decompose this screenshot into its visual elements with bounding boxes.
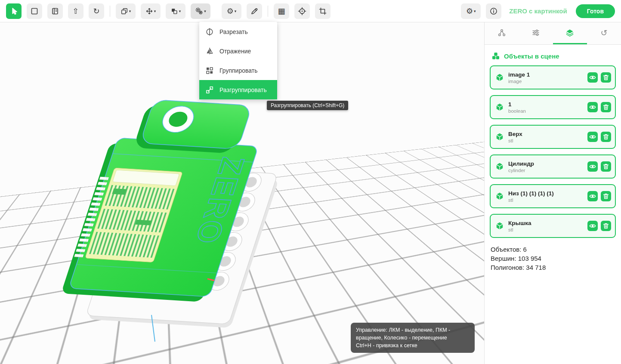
layers-icon	[565, 28, 574, 37]
hierarchy-icon	[497, 28, 506, 37]
eye-icon	[589, 103, 596, 111]
delete-object-button[interactable]	[601, 161, 611, 172]
eye-icon	[589, 74, 596, 81]
square-icon	[30, 7, 39, 15]
object-type: cylinder	[508, 167, 534, 173]
object-card[interactable]: Верхstl	[490, 125, 616, 149]
cube-icon	[495, 162, 504, 171]
scene-objects-title: Объекты в сцене	[504, 52, 559, 60]
toolbar: ⇧ ↻ ▾ ▾ ▾ ▾ ⚙ ▾ ▦	[0, 0, 621, 22]
toggle-visibility-button[interactable]	[587, 72, 598, 83]
cube-icon	[495, 222, 504, 230]
sliders-icon	[531, 28, 540, 37]
object-card[interactable]: 1boolean	[490, 95, 616, 119]
toggle-visibility-button[interactable]	[587, 132, 598, 142]
cursor-icon	[9, 7, 18, 15]
help-line: вращение, Колесико - перемещение	[356, 334, 470, 342]
help-line: Ctrl+H - привязка к сетке	[356, 342, 470, 349]
menu-item-cut[interactable]: Разрезать	[199, 22, 277, 41]
delete-object-button[interactable]	[601, 191, 611, 201]
panel-tool-button[interactable]	[47, 3, 63, 19]
toggle-visibility-button[interactable]	[587, 102, 598, 112]
delete-object-button[interactable]	[601, 132, 611, 142]
toolbar-separator	[268, 6, 268, 17]
menu-item-mirror[interactable]: Отражение	[199, 41, 277, 61]
cube-icon	[495, 73, 504, 82]
mirror-icon	[205, 47, 214, 56]
viewport-settings-dropdown-button[interactable]: ⚙ ▾	[461, 3, 481, 19]
target-icon	[298, 7, 306, 15]
trash-icon	[602, 192, 610, 200]
help-line: Управление: ЛКМ - выделение, ПКМ -	[356, 326, 470, 334]
stat-vertices: Вершин: 103 954	[491, 255, 621, 262]
tab-history[interactable]: ↺	[587, 22, 621, 44]
gear-icon: ⚙	[227, 7, 234, 15]
object-zero[interactable]: ZERO	[53, 98, 302, 328]
eye-icon	[589, 133, 596, 141]
tab-properties[interactable]	[519, 22, 553, 44]
object-card[interactable]: Крышкаstl	[490, 214, 616, 238]
shortcut-tooltip: Разгруппировать (Ctrl+Shift+G)	[267, 101, 348, 110]
move-dropdown-button[interactable]: ▾	[141, 3, 161, 19]
info-button[interactable]	[486, 3, 501, 19]
trash-icon	[602, 163, 610, 170]
gears-icon	[195, 7, 203, 15]
delete-object-button[interactable]	[601, 102, 611, 112]
box-select-button[interactable]	[27, 3, 42, 19]
object-card[interactable]: Цилиндрcylinder	[490, 154, 616, 179]
menu-item-ungroup[interactable]: Разгруппировать	[199, 80, 277, 99]
object-name: Крышка	[508, 219, 531, 227]
focus-target-button[interactable]	[294, 3, 310, 19]
info-icon	[489, 7, 498, 15]
move-icon	[145, 7, 153, 15]
chevron-down-icon: ▾	[129, 9, 131, 13]
object-type: image	[508, 78, 530, 84]
duplicate-dropdown-button[interactable]: ▾	[166, 3, 185, 19]
object-name: Цилиндр	[508, 160, 534, 167]
cube-icon	[495, 103, 504, 111]
delete-object-button[interactable]	[601, 72, 611, 83]
scene-objects-header: Объекты в сцене	[485, 45, 621, 65]
chevron-down-icon: ▾	[154, 9, 156, 13]
object-name: Низ (1) (1) (1) (1)	[508, 190, 554, 197]
copy-icon	[120, 7, 128, 15]
reset-view-button[interactable]: ↻	[89, 3, 104, 19]
history-icon: ↺	[600, 29, 607, 37]
menu-item-group[interactable]: Группировать	[199, 61, 277, 80]
crop-view-button[interactable]	[315, 3, 331, 19]
chevron-down-icon: ▾	[235, 9, 237, 13]
object-type: stl	[508, 197, 554, 203]
chevron-down-icon: ▾	[204, 9, 206, 13]
toolbar-separator	[110, 6, 110, 17]
eye-icon	[589, 222, 596, 230]
cut-icon	[205, 28, 214, 36]
refresh-icon: ↻	[93, 7, 99, 15]
grid-view-button[interactable]: ▦	[274, 3, 289, 19]
object-card[interactable]: Низ (1) (1) (1) (1)stl	[490, 184, 616, 208]
modifiers-dropdown-button[interactable]: ▾	[191, 3, 210, 19]
trash-icon	[602, 103, 610, 111]
tab-layers[interactable]	[553, 22, 587, 44]
select-tool-button[interactable]	[6, 3, 22, 19]
cube-icon	[495, 192, 504, 201]
project-title: ZERO с картинкой	[509, 7, 567, 15]
toggle-visibility-button[interactable]	[587, 161, 598, 172]
object-card[interactable]: image 1image	[490, 65, 616, 89]
toggle-visibility-button[interactable]	[587, 191, 598, 201]
group-icon	[205, 66, 214, 75]
object-type: stl	[508, 227, 531, 233]
arrow-up-tool-button[interactable]: ⇧	[68, 3, 83, 19]
tools-dropdown-menu: Разрезать Отражение Группировать Разгруп…	[199, 22, 277, 99]
done-button[interactable]: Готов	[576, 4, 615, 18]
trash-icon	[602, 133, 610, 141]
eye-icon	[589, 192, 596, 200]
object-type: boolean	[508, 108, 526, 114]
delete-object-button[interactable]	[601, 221, 611, 231]
stat-polygons: Полигонов: 34 718	[491, 264, 621, 271]
arrow-up-icon: ⇧	[72, 7, 79, 15]
pencil-tool-button[interactable]	[247, 3, 262, 19]
tab-structure[interactable]	[485, 22, 519, 44]
settings-dropdown-button[interactable]: ⚙ ▾	[222, 3, 241, 19]
copy-dropdown-button[interactable]: ▾	[116, 3, 136, 19]
toggle-visibility-button[interactable]	[587, 221, 598, 231]
